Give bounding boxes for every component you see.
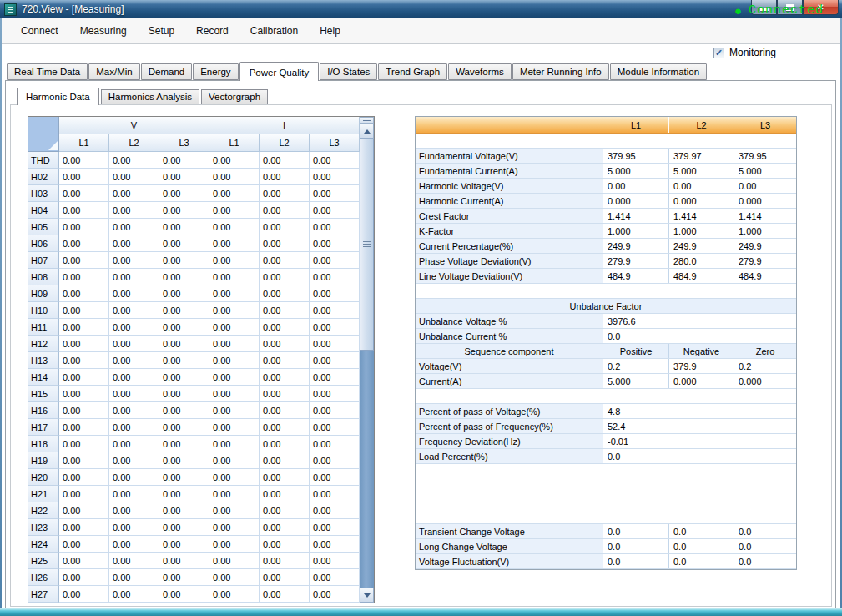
scrollbar-thumb[interactable] xyxy=(360,139,374,351)
subtab-vectorgraph[interactable]: Vectorgraph xyxy=(201,89,268,104)
harmonic-cell[interactable]: 0.00 xyxy=(209,569,260,586)
harmonic-cell[interactable]: 0.00 xyxy=(310,436,360,452)
harmonic-cell[interactable]: 0.00 xyxy=(109,486,159,502)
tab-power-quality[interactable]: Power Quality xyxy=(239,62,320,81)
harmonic-cell[interactable]: 0.00 xyxy=(209,519,260,536)
menu-item-setup[interactable]: Setup xyxy=(138,22,185,40)
harmonic-cell[interactable]: 0.00 xyxy=(109,219,159,235)
harmonic-cell[interactable]: 0.00 xyxy=(109,402,159,419)
harmonic-cell[interactable]: 0.00 xyxy=(59,452,109,469)
harmonic-cell[interactable]: 0.00 xyxy=(310,319,360,336)
harmonic-cell[interactable]: 0.00 xyxy=(209,169,260,185)
tab-real-time-data[interactable]: Real Time Data xyxy=(7,63,88,80)
harmonic-cell[interactable]: 0.00 xyxy=(159,502,209,519)
harmonic-cell[interactable]: 0.00 xyxy=(159,185,209,202)
harmonic-cell[interactable]: 0.00 xyxy=(260,419,310,436)
harmonic-cell[interactable]: 0.00 xyxy=(59,202,109,219)
tab-demand[interactable]: Demand xyxy=(141,63,192,80)
menu-item-record[interactable]: Record xyxy=(185,22,239,40)
harmonic-cell[interactable]: 0.00 xyxy=(310,386,360,402)
harmonic-cell[interactable]: 0.00 xyxy=(159,402,209,419)
harmonic-cell[interactable]: 0.00 xyxy=(260,269,310,285)
harmonic-cell[interactable]: 0.00 xyxy=(310,336,360,352)
harmonic-cell[interactable]: 0.00 xyxy=(209,486,260,502)
monitoring-checkbox[interactable]: ✓ xyxy=(713,48,724,58)
harmonic-cell[interactable]: 0.00 xyxy=(260,402,310,419)
harmonic-cell[interactable]: 0.00 xyxy=(310,202,360,219)
harmonic-cell[interactable]: 0.00 xyxy=(59,569,109,586)
harmonic-cell[interactable]: 0.00 xyxy=(109,502,159,519)
harmonic-cell[interactable]: 0.00 xyxy=(109,452,159,469)
harmonic-cell[interactable]: 0.00 xyxy=(59,469,109,486)
harmonic-cell[interactable]: 0.00 xyxy=(260,469,310,486)
harmonic-cell[interactable]: 0.00 xyxy=(209,369,260,386)
harmonic-cell[interactable]: 0.00 xyxy=(260,536,310,553)
harmonic-cell[interactable]: 0.00 xyxy=(159,319,209,336)
harmonic-cell[interactable]: 0.00 xyxy=(260,452,310,469)
harmonic-cell[interactable]: 0.00 xyxy=(109,419,159,436)
harmonic-cell[interactable]: 0.00 xyxy=(260,252,310,269)
harmonic-cell[interactable]: 0.00 xyxy=(109,519,159,536)
harmonic-cell[interactable]: 0.00 xyxy=(260,219,310,235)
harmonic-cell[interactable]: 0.00 xyxy=(59,169,109,185)
harmonic-cell[interactable]: 0.00 xyxy=(260,185,310,202)
harmonic-cell[interactable]: 0.00 xyxy=(59,369,109,386)
harmonic-cell[interactable]: 0.00 xyxy=(310,369,360,386)
harmonic-cell[interactable]: 0.00 xyxy=(59,502,109,519)
harmonic-cell[interactable]: 0.00 xyxy=(59,352,109,369)
harmonic-cell[interactable]: 0.00 xyxy=(310,502,360,519)
harmonic-cell[interactable]: 0.00 xyxy=(260,336,310,352)
harmonic-cell[interactable]: 0.00 xyxy=(109,202,159,219)
harmonic-cell[interactable]: 0.00 xyxy=(159,586,209,603)
harmonic-cell[interactable]: 0.00 xyxy=(310,519,360,536)
harmonic-cell[interactable]: 0.00 xyxy=(109,569,159,586)
harmonic-cell[interactable]: 0.00 xyxy=(310,536,360,553)
harmonic-cell[interactable]: 0.00 xyxy=(310,185,360,202)
harmonic-cell[interactable]: 0.00 xyxy=(260,319,310,336)
harmonic-cell[interactable]: 0.00 xyxy=(109,536,159,553)
harmonic-cell[interactable]: 0.00 xyxy=(159,436,209,452)
harmonic-cell[interactable]: 0.00 xyxy=(209,302,260,319)
harmonic-cell[interactable]: 0.00 xyxy=(209,502,260,519)
harmonic-cell[interactable]: 0.00 xyxy=(159,152,209,169)
tab-max-min[interactable]: Max/Min xyxy=(88,63,139,80)
harmonic-corner-cell[interactable] xyxy=(28,117,59,152)
harmonic-cell[interactable]: 0.00 xyxy=(260,519,310,536)
harmonic-cell[interactable]: 0.00 xyxy=(209,386,260,402)
harmonic-cell[interactable]: 0.00 xyxy=(310,302,360,319)
harmonic-cell[interactable]: 0.00 xyxy=(209,235,260,252)
harmonic-cell[interactable]: 0.00 xyxy=(59,319,109,336)
harmonic-cell[interactable]: 0.00 xyxy=(310,352,360,369)
harmonic-cell[interactable]: 0.00 xyxy=(159,336,209,352)
harmonic-cell[interactable]: 0.00 xyxy=(209,402,260,419)
harmonic-cell[interactable]: 0.00 xyxy=(109,336,159,352)
harmonic-cell[interactable]: 0.00 xyxy=(209,202,260,219)
harmonic-cell[interactable]: 0.00 xyxy=(159,569,209,586)
harmonic-cell[interactable]: 0.00 xyxy=(209,219,260,235)
harmonic-cell[interactable]: 0.00 xyxy=(109,352,159,369)
scrollbar-track[interactable] xyxy=(360,351,374,588)
harmonic-cell[interactable]: 0.00 xyxy=(209,419,260,436)
tab-i-o-states[interactable]: I/O States xyxy=(320,63,377,80)
harmonic-cell[interactable]: 0.00 xyxy=(59,336,109,352)
harmonic-cell[interactable]: 0.00 xyxy=(260,285,310,302)
harmonic-cell[interactable]: 0.00 xyxy=(209,553,260,569)
harmonic-cell[interactable]: 0.00 xyxy=(310,269,360,285)
harmonic-cell[interactable]: 0.00 xyxy=(59,152,109,169)
harmonic-cell[interactable]: 0.00 xyxy=(59,285,109,302)
harmonic-cell[interactable]: 0.00 xyxy=(109,469,159,486)
harmonic-cell[interactable]: 0.00 xyxy=(59,235,109,252)
harmonic-cell[interactable]: 0.00 xyxy=(260,502,310,519)
harmonic-cell[interactable]: 0.00 xyxy=(310,152,360,169)
harmonic-cell[interactable]: 0.00 xyxy=(260,386,310,402)
harmonic-cell[interactable]: 0.00 xyxy=(260,436,310,452)
menu-item-help[interactable]: Help xyxy=(309,22,351,40)
harmonic-cell[interactable]: 0.00 xyxy=(159,386,209,402)
harmonic-cell[interactable]: 0.00 xyxy=(260,553,310,569)
harmonic-cell[interactable]: 0.00 xyxy=(109,319,159,336)
harmonic-cell[interactable]: 0.00 xyxy=(59,519,109,536)
menu-item-calibration[interactable]: Calibration xyxy=(239,22,309,40)
harmonic-cell[interactable]: 0.00 xyxy=(159,469,209,486)
harmonic-cell[interactable]: 0.00 xyxy=(109,169,159,185)
harmonic-cell[interactable]: 0.00 xyxy=(159,235,209,252)
